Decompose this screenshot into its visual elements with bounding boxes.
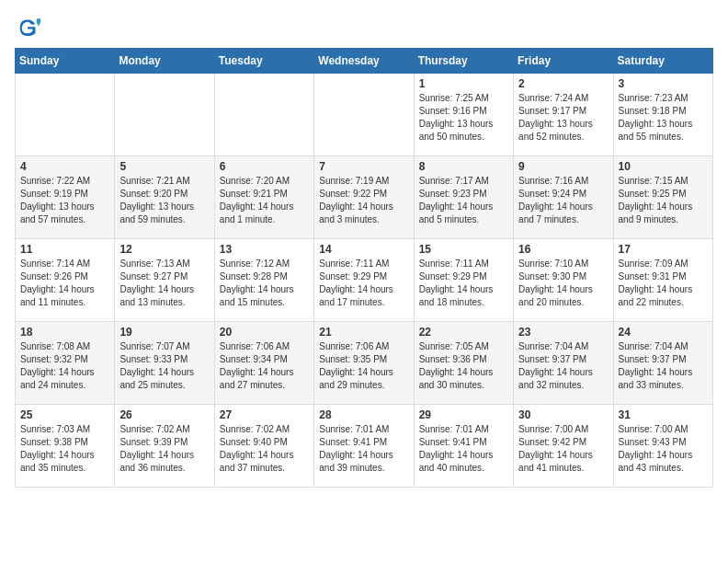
calendar-cell xyxy=(16,74,115,156)
day-number: 4 xyxy=(20,160,109,173)
day-number: 1 xyxy=(419,77,508,90)
day-number: 12 xyxy=(119,243,209,256)
calendar-cell: 14Sunrise: 7:11 AM Sunset: 9:29 PM Dayli… xyxy=(314,239,414,322)
day-header-wednesday: Wednesday xyxy=(314,49,414,74)
calendar-week-row: 18Sunrise: 7:08 AM Sunset: 9:32 PM Dayli… xyxy=(16,322,713,405)
day-info: Sunrise: 7:00 AM Sunset: 9:43 PM Dayligh… xyxy=(619,423,708,475)
day-number: 6 xyxy=(220,160,309,173)
day-info: Sunrise: 7:11 AM Sunset: 9:29 PM Dayligh… xyxy=(419,258,508,309)
day-number: 15 xyxy=(419,243,508,256)
calendar-cell: 9Sunrise: 7:16 AM Sunset: 9:24 PM Daylig… xyxy=(514,156,613,239)
calendar-cell: 27Sunrise: 7:02 AM Sunset: 9:40 PM Dayli… xyxy=(214,405,313,488)
day-number: 19 xyxy=(119,326,209,339)
day-info: Sunrise: 7:10 AM Sunset: 9:30 PM Dayligh… xyxy=(518,258,608,309)
calendar-cell: 15Sunrise: 7:11 AM Sunset: 9:29 PM Dayli… xyxy=(414,239,513,322)
day-number: 28 xyxy=(319,408,408,421)
day-info: Sunrise: 7:05 AM Sunset: 9:36 PM Dayligh… xyxy=(419,340,508,392)
day-number: 29 xyxy=(419,408,508,421)
day-number: 31 xyxy=(619,408,708,421)
day-number: 16 xyxy=(518,243,608,256)
day-info: Sunrise: 7:00 AM Sunset: 9:42 PM Dayligh… xyxy=(518,423,608,475)
day-info: Sunrise: 7:15 AM Sunset: 9:25 PM Dayligh… xyxy=(619,175,708,226)
day-number: 27 xyxy=(220,408,309,421)
day-number: 26 xyxy=(119,408,209,421)
day-info: Sunrise: 7:04 AM Sunset: 9:37 PM Dayligh… xyxy=(619,340,708,392)
day-header-saturday: Saturday xyxy=(613,49,712,74)
day-info: Sunrise: 7:25 AM Sunset: 9:16 PM Dayligh… xyxy=(419,92,508,144)
day-number: 18 xyxy=(20,326,109,339)
day-number: 11 xyxy=(20,243,109,256)
day-info: Sunrise: 7:06 AM Sunset: 9:34 PM Dayligh… xyxy=(220,340,309,392)
day-info: Sunrise: 7:24 AM Sunset: 9:17 PM Dayligh… xyxy=(518,92,608,144)
day-info: Sunrise: 7:16 AM Sunset: 9:24 PM Dayligh… xyxy=(518,175,608,226)
day-number: 9 xyxy=(518,160,608,173)
day-number: 13 xyxy=(220,243,309,256)
calendar-cell: 24Sunrise: 7:04 AM Sunset: 9:37 PM Dayli… xyxy=(613,322,712,405)
day-info: Sunrise: 7:07 AM Sunset: 9:33 PM Dayligh… xyxy=(119,340,209,392)
day-number: 21 xyxy=(319,326,408,339)
calendar-cell: 17Sunrise: 7:09 AM Sunset: 9:31 PM Dayli… xyxy=(613,239,712,322)
day-info: Sunrise: 7:17 AM Sunset: 9:23 PM Dayligh… xyxy=(419,175,508,226)
day-info: Sunrise: 7:11 AM Sunset: 9:29 PM Dayligh… xyxy=(319,258,408,309)
logo xyxy=(15,15,44,40)
day-info: Sunrise: 7:06 AM Sunset: 9:35 PM Dayligh… xyxy=(319,340,408,392)
day-info: Sunrise: 7:20 AM Sunset: 9:21 PM Dayligh… xyxy=(220,175,309,226)
calendar-cell: 13Sunrise: 7:12 AM Sunset: 9:28 PM Dayli… xyxy=(214,239,313,322)
day-info: Sunrise: 7:01 AM Sunset: 9:41 PM Dayligh… xyxy=(419,423,508,475)
calendar-cell: 3Sunrise: 7:23 AM Sunset: 9:18 PM Daylig… xyxy=(613,74,712,156)
day-info: Sunrise: 7:02 AM Sunset: 9:40 PM Dayligh… xyxy=(220,423,309,475)
day-info: Sunrise: 7:13 AM Sunset: 9:27 PM Dayligh… xyxy=(119,258,209,309)
calendar-week-row: 1Sunrise: 7:25 AM Sunset: 9:16 PM Daylig… xyxy=(16,74,713,156)
calendar-header-row: SundayMondayTuesdayWednesdayThursdayFrid… xyxy=(16,49,713,74)
day-number: 23 xyxy=(518,326,608,339)
calendar-cell: 10Sunrise: 7:15 AM Sunset: 9:25 PM Dayli… xyxy=(613,156,712,239)
day-info: Sunrise: 7:22 AM Sunset: 9:19 PM Dayligh… xyxy=(20,175,109,226)
calendar-cell: 16Sunrise: 7:10 AM Sunset: 9:30 PM Dayli… xyxy=(514,239,613,322)
day-number: 5 xyxy=(119,160,209,173)
day-info: Sunrise: 7:21 AM Sunset: 9:20 PM Dayligh… xyxy=(119,175,209,226)
day-info: Sunrise: 7:08 AM Sunset: 9:32 PM Dayligh… xyxy=(20,340,109,392)
day-header-sunday: Sunday xyxy=(16,49,115,74)
day-info: Sunrise: 7:14 AM Sunset: 9:26 PM Dayligh… xyxy=(20,258,109,309)
day-info: Sunrise: 7:04 AM Sunset: 9:37 PM Dayligh… xyxy=(518,340,608,392)
calendar-cell: 18Sunrise: 7:08 AM Sunset: 9:32 PM Dayli… xyxy=(16,322,115,405)
calendar-cell: 19Sunrise: 7:07 AM Sunset: 9:33 PM Dayli… xyxy=(115,322,214,405)
day-number: 7 xyxy=(319,160,408,173)
calendar-cell: 26Sunrise: 7:02 AM Sunset: 9:39 PM Dayli… xyxy=(115,405,214,488)
calendar-table: SundayMondayTuesdayWednesdayThursdayFrid… xyxy=(15,48,713,488)
calendar-cell: 25Sunrise: 7:03 AM Sunset: 9:38 PM Dayli… xyxy=(16,405,115,488)
day-number: 2 xyxy=(518,77,608,90)
day-number: 8 xyxy=(419,160,508,173)
calendar-week-row: 4Sunrise: 7:22 AM Sunset: 9:19 PM Daylig… xyxy=(16,156,713,239)
calendar-cell: 29Sunrise: 7:01 AM Sunset: 9:41 PM Dayli… xyxy=(414,405,513,488)
calendar-cell: 30Sunrise: 7:00 AM Sunset: 9:42 PM Dayli… xyxy=(514,405,613,488)
logo-icon xyxy=(15,15,40,40)
day-info: Sunrise: 7:19 AM Sunset: 9:22 PM Dayligh… xyxy=(319,175,408,226)
calendar-cell: 11Sunrise: 7:14 AM Sunset: 9:26 PM Dayli… xyxy=(16,239,115,322)
calendar-cell: 12Sunrise: 7:13 AM Sunset: 9:27 PM Dayli… xyxy=(115,239,214,322)
calendar-cell: 7Sunrise: 7:19 AM Sunset: 9:22 PM Daylig… xyxy=(314,156,414,239)
day-number: 3 xyxy=(619,77,708,90)
calendar-cell: 20Sunrise: 7:06 AM Sunset: 9:34 PM Dayli… xyxy=(214,322,313,405)
calendar-cell: 31Sunrise: 7:00 AM Sunset: 9:43 PM Dayli… xyxy=(613,405,712,488)
calendar-cell: 1Sunrise: 7:25 AM Sunset: 9:16 PM Daylig… xyxy=(414,74,513,156)
calendar-cell: 21Sunrise: 7:06 AM Sunset: 9:35 PM Dayli… xyxy=(314,322,414,405)
day-number: 25 xyxy=(20,408,109,421)
calendar-cell: 5Sunrise: 7:21 AM Sunset: 9:20 PM Daylig… xyxy=(115,156,214,239)
day-number: 22 xyxy=(419,326,508,339)
calendar-cell: 8Sunrise: 7:17 AM Sunset: 9:23 PM Daylig… xyxy=(414,156,513,239)
calendar-week-row: 25Sunrise: 7:03 AM Sunset: 9:38 PM Dayli… xyxy=(16,405,713,488)
calendar-week-row: 11Sunrise: 7:14 AM Sunset: 9:26 PM Dayli… xyxy=(16,239,713,322)
day-number: 20 xyxy=(220,326,309,339)
day-info: Sunrise: 7:01 AM Sunset: 9:41 PM Dayligh… xyxy=(319,423,408,475)
page-header xyxy=(15,15,713,40)
day-header-thursday: Thursday xyxy=(414,49,513,74)
day-info: Sunrise: 7:12 AM Sunset: 9:28 PM Dayligh… xyxy=(220,258,309,309)
day-number: 24 xyxy=(619,326,708,339)
day-number: 14 xyxy=(319,243,408,256)
day-info: Sunrise: 7:02 AM Sunset: 9:39 PM Dayligh… xyxy=(119,423,209,475)
calendar-cell: 2Sunrise: 7:24 AM Sunset: 9:17 PM Daylig… xyxy=(514,74,613,156)
calendar-cell xyxy=(214,74,313,156)
calendar-cell xyxy=(314,74,414,156)
day-header-monday: Monday xyxy=(115,49,214,74)
